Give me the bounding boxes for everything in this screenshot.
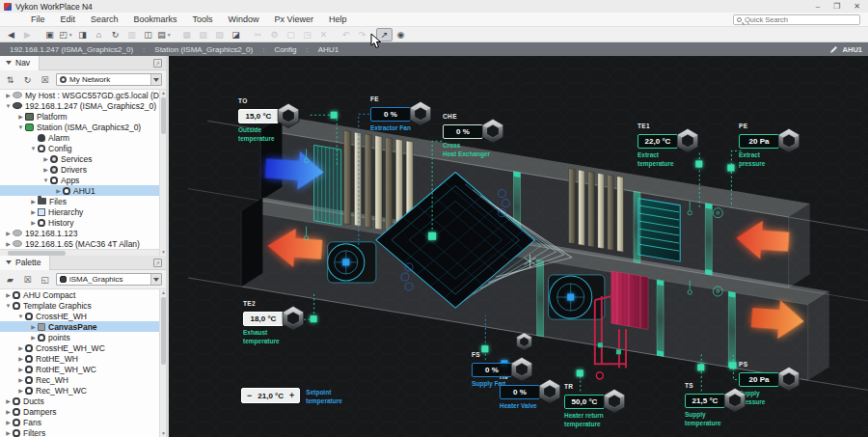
close-button[interactable]: ✕: [854, 2, 860, 11]
nav-item-myhost[interactable]: ▶My Host : WSGC557GD.gc5.local (DemoFrom…: [0, 90, 159, 100]
nav-vertical-scrollbar[interactable]: ▲▼: [159, 90, 166, 256]
nav-item-history[interactable]: ▶History: [0, 217, 159, 228]
app-logo-icon: [4, 3, 12, 11]
nav-toolbar: ⇅ ↻ ☒ My Network: [0, 70, 166, 90]
palette-item-canvaspane[interactable]: ▶CanvasPane: [0, 321, 159, 332]
open-palette-icon[interactable]: ▰: [4, 275, 16, 285]
menu-help[interactable]: Help: [321, 14, 355, 24]
cut-button[interactable]: ✂: [250, 28, 266, 41]
new-document-button[interactable]: ▢: [283, 28, 299, 41]
title-bar: Vykon WorkPlace N4 – ❐ ✕: [0, 0, 868, 13]
nav-scope-dropdown[interactable]: My Network: [56, 73, 162, 86]
setpoint-decrement-button[interactable]: −: [247, 391, 252, 400]
palette-item-ducts[interactable]: ▶Ducts: [0, 396, 159, 406]
breadcrumb-ahu1[interactable]: AHU1: [314, 45, 342, 54]
breadcrumb-host[interactable]: 192.168.1.247 (ISMA_Graphics2_0): [6, 45, 137, 54]
main-toolbar: ◀ ▶ ▣ ◰▼ ◨ ⌂ ↻ ▥ ◫ ▤▼ ▦ ▧ ▨ ◪ ✂ ⚙ ▢ ◳ ✕ …: [0, 27, 868, 42]
canvaspane-icon: [38, 323, 45, 331]
refresh-button[interactable]: ↻: [107, 28, 123, 41]
popout-icon[interactable]: ↗: [153, 259, 162, 267]
recent-button[interactable]: ▣: [41, 28, 58, 41]
nav-item-apps[interactable]: ▼Apps: [0, 175, 159, 185]
nav-item-alarm[interactable]: Alarm: [0, 132, 159, 143]
redo-button[interactable]: ↷: [354, 28, 370, 41]
palette-item-rothe-wh[interactable]: ▶RotHE_WH: [0, 353, 159, 364]
maximize-button[interactable]: ❐: [833, 2, 840, 11]
menu-tools[interactable]: Tools: [185, 14, 221, 24]
menu-file[interactable]: File: [23, 14, 53, 24]
open-button[interactable]: ▤▼: [156, 28, 173, 41]
nav-item-services[interactable]: ▶Services: [0, 153, 159, 164]
palette-item-fans[interactable]: ▶Fans: [0, 417, 159, 427]
palette-item-rec-wh-wc[interactable]: ▶Rec_WH_WC: [0, 385, 159, 396]
save-button[interactable]: ▦: [178, 28, 195, 41]
menu-bookmarks[interactable]: Bookmarks: [126, 14, 185, 24]
palette-item-crosshe-wh-wc[interactable]: ▶CrossHE_WH_WC: [0, 342, 159, 353]
home-button[interactable]: ⌂: [91, 28, 107, 41]
window-select-button[interactable]: ◰▼: [58, 28, 74, 41]
menu-edit[interactable]: Edit: [53, 14, 84, 24]
nav-item-drivers[interactable]: ▶Drivers: [0, 164, 159, 175]
palette-item-crosshe-wh[interactable]: ▼CrossHE_WH: [0, 311, 159, 321]
nav-item-platform[interactable]: ▶Platform: [0, 111, 159, 122]
nav-tab[interactable]: Nav: [0, 56, 40, 70]
back-button[interactable]: ◀: [3, 28, 19, 41]
menu-window[interactable]: Window: [221, 14, 267, 24]
forward-button[interactable]: ▶: [19, 28, 36, 41]
clipboard-button[interactable]: ▥: [123, 28, 140, 41]
copy-icon[interactable]: ◱: [39, 275, 51, 285]
menu-px-viewer[interactable]: Px Viewer: [267, 14, 321, 24]
component-icon: [25, 376, 33, 384]
export-button[interactable]: ▨: [211, 28, 228, 41]
menu-search[interactable]: Search: [83, 14, 126, 24]
breadcrumb-config[interactable]: Config: [270, 45, 300, 54]
nav-panel-header: Nav ↗: [0, 56, 166, 70]
setpoint-value: 21,0 °C: [258, 392, 284, 400]
sync-icon[interactable]: ↻: [21, 75, 34, 85]
px-document-button[interactable]: ◪: [228, 28, 244, 41]
quick-search[interactable]: [733, 14, 860, 25]
palette-dropdown[interactable]: iSMA_Graphics: [56, 273, 162, 286]
breadcrumb-station[interactable]: Station (ISMA_Graphics2_0): [150, 45, 257, 54]
nav-item-config[interactable]: ▼Config: [0, 143, 159, 153]
delete-button[interactable]: ✕: [315, 28, 332, 41]
window-title: Vykon WorkPlace N4: [15, 2, 93, 12]
palette-item-ahu-compact[interactable]: ▶AHU Compact: [0, 289, 159, 300]
copy-button[interactable]: ◳: [299, 28, 315, 41]
collapse-caret-icon: [6, 260, 12, 264]
palette-item-points[interactable]: ▶points: [0, 332, 159, 342]
quick-search-input[interactable]: [745, 15, 856, 24]
popout-icon[interactable]: ↗: [153, 59, 162, 68]
globe-button[interactable]: ◉: [393, 28, 409, 41]
nav-horizontal-scrollbar[interactable]: [0, 249, 159, 256]
palette-item-template-graphics[interactable]: ▼Template Graphics: [0, 300, 159, 311]
palette-item-rec-wh[interactable]: ▶Rec_WH: [0, 374, 159, 385]
expand-collapse-icon[interactable]: ⇅: [4, 75, 16, 85]
platform-icon: [25, 113, 34, 121]
close-pane-icon[interactable]: ☒: [39, 75, 51, 85]
setpoint-increment-button[interactable]: +: [289, 391, 294, 400]
view-selector[interactable]: AHU1: [843, 45, 862, 54]
nav-item-host-123[interactable]: ▶192.168.1.123: [0, 228, 159, 238]
palette-tab[interactable]: Palette: [0, 256, 50, 270]
nav-item-files[interactable]: ▶Files: [0, 196, 159, 206]
host-icon: [13, 92, 22, 98]
nav-item-hierarchy[interactable]: ▶Hierarchy: [0, 206, 159, 217]
palette-item-filters[interactable]: ▶Filters: [0, 427, 159, 437]
palette-vertical-scrollbar[interactable]: ▲▼: [159, 289, 166, 437]
save-all-button[interactable]: ▧: [195, 28, 211, 41]
nav-item-ahu1[interactable]: ▶AHU1: [0, 185, 159, 196]
nav-item-station[interactable]: ▼Station (ISMA_Graphics2_0): [0, 122, 159, 132]
edit-pencil-icon[interactable]: [829, 45, 838, 54]
minimize-button[interactable]: –: [816, 2, 820, 11]
undo-button[interactable]: ↶: [338, 28, 354, 41]
tab-button[interactable]: ◨: [74, 28, 91, 41]
px-canvas[interactable]: TO 15,0 °C Outsidetemperature FE 0 % Ext…: [169, 56, 868, 437]
nav-item-host-247[interactable]: ▼192.168.1.247 (ISMA_Graphics2_0): [0, 100, 159, 111]
palette-item-rothe-wh-wc[interactable]: ▶RotHE_WH_WC: [0, 364, 159, 374]
palette-item-dampers[interactable]: ▶Dampers: [0, 406, 159, 417]
options-button[interactable]: ⚙: [266, 28, 283, 41]
split-pane-button[interactable]: ◫: [140, 28, 156, 41]
nav-item-host-65[interactable]: ▶192.168.1.65 (MAC36 4T Allan): [0, 238, 159, 249]
close-palette-icon[interactable]: ☒: [21, 275, 34, 285]
